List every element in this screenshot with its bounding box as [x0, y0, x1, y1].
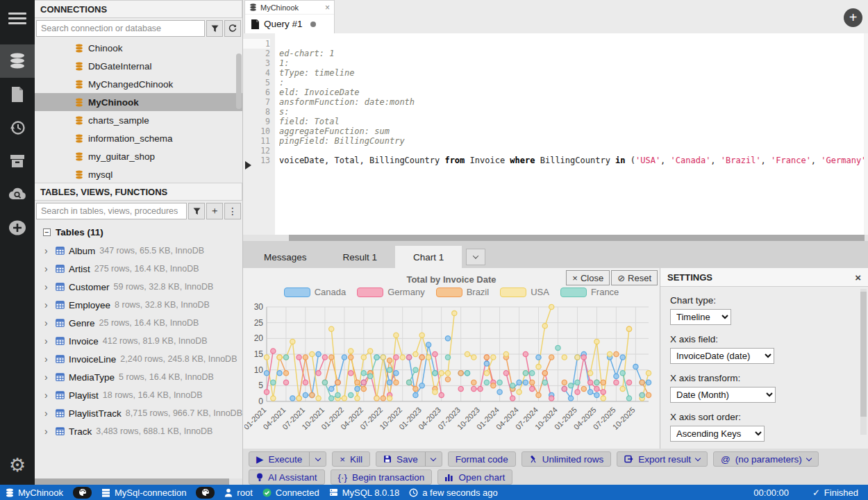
expand-chevron-icon[interactable]: › — [44, 372, 51, 383]
connection-tab[interactable]: MyChinook × — [245, 1, 334, 15]
export-result-button[interactable]: Export result — [617, 451, 708, 467]
table-name: Playlist — [69, 390, 99, 401]
table-item-PlaylistTrack[interactable]: ›PlaylistTrack8,715 rows, 966.7 KB, Inno… — [35, 404, 242, 422]
tables-search-input[interactable] — [36, 203, 187, 219]
history-rail-icon[interactable] — [0, 111, 35, 144]
expand-chevron-icon[interactable]: › — [44, 299, 51, 310]
expand-chevron-icon[interactable]: › — [44, 317, 51, 328]
result-tab-result-1[interactable]: Result 1 — [325, 246, 396, 268]
connection-item-DbGateInternal[interactable]: DbGateInternal — [35, 57, 242, 75]
save-dropdown-button[interactable] — [425, 452, 442, 466]
table-icon — [56, 247, 65, 255]
format-code-button[interactable]: Format code — [448, 451, 516, 467]
connection-item-mysql[interactable]: mysql — [35, 165, 242, 183]
svg-text:25: 25 — [254, 318, 264, 328]
editor-vscrollbar[interactable] — [864, 33, 868, 235]
table-item-Genre[interactable]: ›Genre25 rows, 16.4 KB, InnoDB — [35, 314, 242, 332]
connections-filter-icon[interactable] — [206, 20, 223, 37]
files-rail-icon[interactable] — [0, 78, 35, 111]
table-item-Album[interactable]: ›Album347 rows, 65.5 KB, InnoDB — [35, 242, 242, 260]
table-item-Customer[interactable]: ›Customer59 rows, 32.8 KB, InnoDB — [35, 278, 242, 296]
settings-gear-icon[interactable]: ⚙ — [0, 449, 35, 482]
timeline-chart[interactable]: 05101520253001-202104-202107-202110-2021… — [244, 303, 658, 446]
chart-close-button[interactable]: ×Close — [566, 270, 610, 285]
database-rail-icon[interactable] — [0, 44, 35, 78]
legend-item-France[interactable]: France — [560, 287, 619, 297]
expand-chevron-icon[interactable]: › — [44, 335, 51, 347]
hamburger-menu-icon[interactable] — [0, 1, 35, 35]
expand-chevron-icon[interactable]: › — [44, 263, 51, 274]
settings-select-x-axis-transform[interactable]: Date (Month) — [670, 387, 776, 403]
kill-button[interactable]: ×Kill — [332, 451, 370, 467]
table-item-Track[interactable]: ›Track3,483 rows, 688.1 KB, InnoDB — [35, 422, 242, 440]
legend-item-USA[interactable]: USA — [500, 287, 549, 297]
settings-title: SETTINGS — [667, 272, 712, 283]
expand-chevron-icon[interactable]: › — [44, 281, 51, 292]
legend-swatch — [560, 288, 587, 297]
tables-menu-icon[interactable]: ⋮ — [224, 203, 241, 219]
expand-chevron-icon[interactable]: › — [44, 426, 51, 437]
editor-hscrollbar[interactable] — [243, 235, 868, 241]
sql-editor[interactable]: 12345678910111213 ed-chart: 11:tType: ti… — [243, 33, 868, 235]
database-color-badge[interactable] — [73, 487, 92, 499]
connection-label: MyChinook — [88, 97, 139, 108]
table-item-Invoice[interactable]: ›Invoice412 rows, 81.9 KB, InnoDB — [35, 332, 242, 350]
table-item-Employee[interactable]: ›Employee8 rows, 32.8 KB, InnoDB — [35, 296, 242, 314]
connection-color-badge[interactable] — [196, 487, 215, 499]
legend-item-Brazil[interactable]: Brazil — [436, 287, 490, 297]
status-connected: Connected — [262, 488, 319, 498]
connection-item-MyChangedChinook[interactable]: MyChangedChinook — [35, 75, 242, 93]
new-tab-button[interactable]: + — [844, 8, 862, 27]
connection-item-MyChinook[interactable]: MyChinook — [35, 93, 242, 111]
tables-hscrollbar[interactable] — [35, 478, 242, 485]
legend-item-Germany[interactable]: Germany — [357, 287, 424, 297]
add-connection-rail-icon[interactable] — [0, 211, 35, 244]
tables-group-row[interactable]: − Tables (11) — [35, 222, 242, 242]
parameters-button[interactable]: @(no parameters) — [713, 451, 819, 467]
expand-chevron-icon[interactable]: › — [44, 390, 51, 401]
archive-rail-icon[interactable] — [0, 144, 35, 178]
editor-code[interactable]: ed-chart: 11:tType: timeline:eld: Invoic… — [279, 33, 864, 235]
status-connection[interactable]: MySql-connection — [101, 488, 186, 498]
expand-chevron-icon[interactable]: › — [44, 245, 51, 256]
ai-assistant-button[interactable]: AI Assistant — [249, 469, 325, 485]
save-button[interactable]: Save — [376, 452, 425, 466]
table-icon — [56, 265, 65, 273]
settings-select-chart-type[interactable]: Timeline — [670, 309, 731, 325]
connection-item-charts_sample[interactable]: charts_sample — [35, 111, 242, 129]
expand-chevron-icon[interactable]: › — [44, 408, 51, 419]
execute-dropdown-button[interactable] — [309, 452, 326, 466]
connection-item-Chinook[interactable]: Chinook — [35, 39, 242, 57]
unlimited-rows-button[interactable]: Unlimited rows — [521, 451, 612, 467]
open-chart-button[interactable]: Open chart — [437, 469, 512, 485]
chart-reset-button[interactable]: ⊘Reset — [611, 270, 658, 285]
status-database[interactable]: MyChinook — [6, 488, 63, 498]
expand-chevron-icon[interactable]: › — [44, 353, 51, 365]
settings-select-x-axis-field[interactable]: InvoiceDate (date) — [670, 348, 774, 364]
tables-add-icon[interactable]: ＋ — [206, 203, 223, 219]
close-tab-icon[interactable]: × — [325, 3, 330, 12]
connection-item-my_guitar_shop[interactable]: my_guitar_shop — [35, 147, 242, 165]
result-tab-messages[interactable]: Messages — [246, 246, 325, 268]
tables-filter-icon[interactable] — [188, 203, 205, 219]
settings-select-x-axis-sort-order[interactable]: Ascending Keys — [670, 426, 765, 442]
connections-refresh-icon[interactable] — [224, 20, 241, 37]
result-tabs-dropdown[interactable] — [466, 249, 485, 265]
cloud-search-rail-icon[interactable] — [0, 178, 35, 211]
begin-transaction-button[interactable]: {·}Begin transaction — [331, 469, 433, 485]
table-icon — [56, 355, 65, 363]
table-item-Playlist[interactable]: ›Playlist18 rows, 16.4 KB, InnoDB — [35, 386, 242, 404]
svg-text:20: 20 — [254, 333, 264, 343]
result-tab-chart-1[interactable]: Chart 1 — [395, 246, 462, 268]
settings-scrollbar[interactable] — [860, 289, 867, 435]
connections-scrollbar[interactable] — [236, 53, 242, 109]
table-item-Artist[interactable]: ›Artist275 rows, 16.4 KB, InnoDB — [35, 260, 242, 278]
connections-search-input[interactable] — [36, 20, 205, 37]
query-tab[interactable]: Query #1 — [245, 15, 334, 33]
settings-close-icon[interactable]: × — [855, 272, 861, 283]
execute-button[interactable]: ▶Execute — [249, 452, 309, 466]
table-item-MediaType[interactable]: ›MediaType5 rows, 16.4 KB, InnoDB — [35, 368, 242, 386]
legend-item-Canada[interactable]: Canada — [284, 287, 347, 297]
table-item-InvoiceLine[interactable]: ›InvoiceLine2,240 rows, 245.8 KB, InnoDB — [35, 350, 242, 368]
connection-item-information_schema[interactable]: information_schema — [35, 129, 242, 147]
